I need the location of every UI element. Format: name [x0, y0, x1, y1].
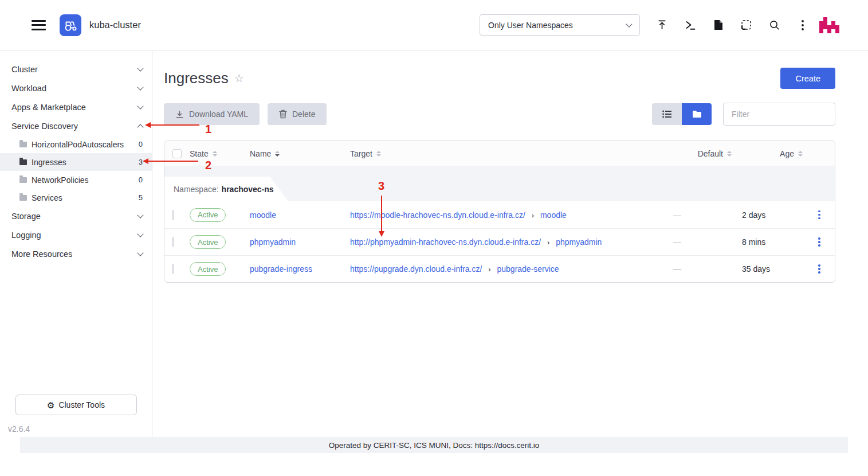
folder-icon	[692, 110, 702, 118]
group-by-namespace-button[interactable]	[682, 103, 712, 125]
namespace-value: hrachovec-ns	[222, 185, 274, 194]
ingress-name-link[interactable]: phpmyadmin	[250, 237, 296, 247]
age-value: 8 mins	[742, 237, 765, 247]
sidebar-item-horizontalpodautoscalers[interactable]: HorizontalPodAutoscalers 0	[0, 135, 152, 153]
sidebar-item-label: Ingresses	[32, 158, 66, 167]
sidebar-item-label: Services	[32, 193, 62, 202]
column-header-name[interactable]: Name	[250, 149, 350, 158]
sidebar-item-apps-marketplace[interactable]: Apps & Marketplace	[0, 97, 152, 116]
cluster-logo-icon[interactable]	[60, 14, 81, 36]
column-header-age[interactable]: Age	[742, 149, 804, 158]
status-badge: Active	[190, 208, 226, 222]
list-icon	[662, 110, 671, 118]
sidebar-item-more-resources[interactable]: More Resources	[0, 244, 152, 263]
sidebar-item-cluster[interactable]: Cluster	[0, 60, 152, 79]
filter-input[interactable]	[723, 103, 835, 126]
row-checkbox[interactable]	[172, 237, 174, 247]
target-service-link[interactable]: phpmyadmin	[556, 237, 602, 247]
kebab-menu-icon[interactable]	[788, 13, 816, 37]
sidebar-item-label: Cluster	[11, 65, 38, 74]
folder-icon	[19, 142, 27, 147]
row-actions-kebab-icon[interactable]	[804, 262, 835, 276]
sidebar-item-ingresses[interactable]: Ingresses 3	[0, 153, 152, 171]
namespace-group-tab: Namespace: hrachovec-ns	[164, 177, 288, 201]
import-yaml-icon[interactable]	[732, 13, 760, 37]
sort-icon	[376, 151, 381, 157]
table-row: Active moodle https://moodle-hrachovec-n…	[164, 201, 835, 228]
row-actions-kebab-icon[interactable]	[804, 208, 835, 222]
folder-icon	[19, 159, 27, 165]
main-content: Ingresses ☆ Create Download YAML Delete	[152, 50, 868, 437]
chevron-down-icon	[137, 103, 143, 109]
sidebar-item-workload[interactable]: Workload	[0, 79, 152, 97]
chevron-down-icon	[626, 21, 632, 27]
sidebar-item-label: HorizontalPodAutoscalers	[32, 140, 124, 149]
resource-count: 5	[139, 193, 143, 202]
chevron-down-icon	[137, 249, 143, 256]
row-actions-kebab-icon[interactable]	[804, 235, 835, 249]
sidebar-item-services[interactable]: Services 5	[0, 189, 152, 206]
row-checkbox[interactable]	[172, 210, 174, 220]
sidebar: Cluster Workload Apps & Marketplace Serv…	[0, 50, 152, 437]
footer: Operated by CERIT-SC, ICS MUNI, Docs: ht…	[20, 437, 848, 453]
ingress-name-link[interactable]: moodle	[250, 210, 276, 220]
folder-icon	[19, 195, 27, 201]
download-yaml-button[interactable]: Download YAML	[164, 103, 260, 125]
sidebar-item-logging[interactable]: Logging	[0, 225, 152, 244]
list-view-button[interactable]	[652, 103, 682, 125]
age-value: 2 days	[742, 210, 765, 220]
select-all-checkbox[interactable]	[172, 149, 182, 158]
sidebar-item-label: Apps & Marketplace	[11, 103, 86, 112]
resource-count: 0	[139, 175, 143, 184]
target-separator: ›	[532, 211, 534, 220]
app-header: kuba-cluster Only User Namespaces	[0, 0, 868, 50]
age-value: 35 days	[742, 264, 770, 274]
sidebar-item-service-discovery[interactable]: Service Discovery	[0, 116, 152, 135]
column-header-default[interactable]: Default	[673, 149, 742, 158]
sidebar-item-networkpolicies[interactable]: NetworkPolicies 0	[0, 171, 152, 189]
target-url-link[interactable]: https://pupgrade.dyn.cloud.e-infra.cz/	[350, 264, 482, 274]
delete-button[interactable]: Delete	[268, 103, 327, 125]
create-button[interactable]: Create	[780, 68, 835, 89]
footer-text: Operated by CERIT-SC, ICS MUNI, Docs: ht…	[329, 441, 540, 450]
download-yaml-label: Download YAML	[189, 110, 248, 119]
search-icon[interactable]	[760, 13, 788, 37]
sort-icon	[727, 151, 732, 157]
upload-icon[interactable]	[648, 13, 676, 37]
download-icon	[175, 110, 184, 119]
view-toggle	[652, 103, 712, 125]
table-row: Active phpmyadmin http://phpmyadmin-hrac…	[164, 228, 835, 255]
default-value: —	[673, 264, 681, 274]
gear-icon: ⚙	[47, 401, 54, 409]
delete-label: Delete	[292, 110, 315, 119]
sidebar-item-label: Logging	[11, 231, 41, 240]
cluster-tools-label: Cluster Tools	[58, 400, 105, 409]
target-separator: ›	[488, 265, 490, 274]
muni-logo[interactable]	[819, 16, 839, 34]
column-header-target[interactable]: Target	[350, 149, 673, 158]
namespace-filter-select[interactable]: Only User Namespaces	[480, 14, 640, 36]
ingress-name-link[interactable]: pubgrade-ingress	[250, 264, 312, 274]
menu-icon[interactable]	[32, 17, 46, 33]
target-url-link[interactable]: http://phpmyadmin-hrachovec-ns.dyn.cloud…	[350, 237, 541, 247]
status-badge: Active	[190, 262, 226, 276]
column-header-state[interactable]: State	[190, 149, 250, 158]
row-checkbox[interactable]	[172, 264, 174, 274]
target-service-link[interactable]: moodle	[540, 210, 567, 220]
target-url-link[interactable]: https://moodle-hrachovec-ns.dyn.cloud.e-…	[350, 210, 525, 220]
file-icon[interactable]	[704, 13, 732, 37]
sidebar-item-storage[interactable]: Storage	[0, 206, 152, 225]
sidebar-item-label: Workload	[11, 84, 46, 93]
status-badge: Active	[190, 235, 226, 249]
namespace-group-band: Namespace: hrachovec-ns	[164, 166, 835, 201]
kubectl-shell-icon[interactable]	[676, 13, 704, 37]
chevron-down-icon	[137, 65, 143, 71]
sort-icon	[275, 151, 280, 157]
cluster-tools-button[interactable]: ⚙ Cluster Tools	[15, 395, 137, 415]
resource-count: 0	[139, 140, 143, 149]
sidebar-item-label: NetworkPolicies	[32, 175, 89, 185]
favorite-star-icon[interactable]: ☆	[234, 72, 244, 85]
chevron-down-icon	[137, 212, 143, 218]
folder-icon	[19, 177, 27, 183]
target-service-link[interactable]: pubgrade-service	[497, 264, 559, 274]
